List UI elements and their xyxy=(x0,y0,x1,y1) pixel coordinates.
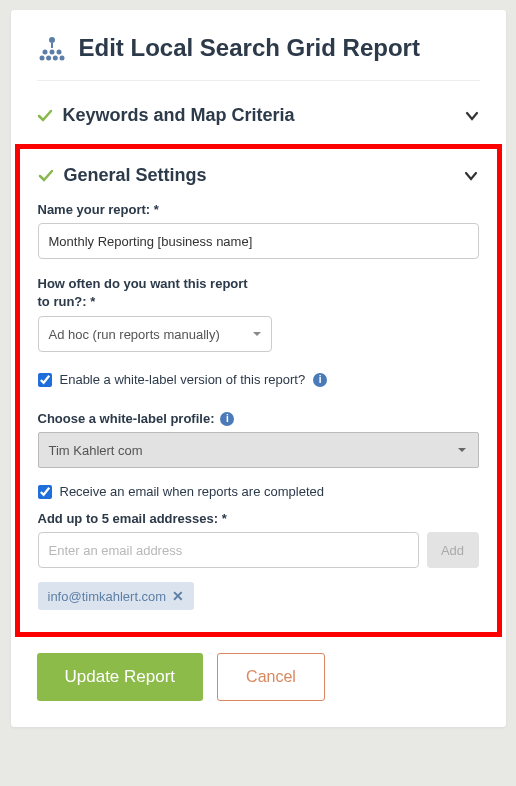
svg-point-7 xyxy=(59,56,64,61)
section-general-header[interactable]: General Settings xyxy=(38,161,479,196)
chevron-down-icon xyxy=(463,168,479,184)
email-notify-label: Receive an email when reports are comple… xyxy=(60,484,324,499)
whitelabel-profile-select[interactable]: Tim Kahlert com xyxy=(38,432,479,468)
email-addresses-label: Add up to 5 email addresses: * xyxy=(38,511,479,526)
group-pin-icon xyxy=(37,35,67,61)
add-email-button[interactable]: Add xyxy=(427,532,479,568)
email-chip: info@timkahlert.com ✕ xyxy=(38,582,195,610)
remove-chip-icon[interactable]: ✕ xyxy=(172,588,184,604)
field-report-name: Name your report: * xyxy=(38,202,479,259)
frequency-select[interactable]: Ad hoc (run reports manually) xyxy=(38,316,272,352)
highlighted-section: General Settings Name your report: * How… xyxy=(15,144,502,637)
info-icon[interactable]: i xyxy=(313,373,327,387)
whitelabel-profile-label: Choose a white-label profile: xyxy=(38,411,215,426)
check-icon xyxy=(37,108,53,124)
report-name-input[interactable] xyxy=(38,223,479,259)
svg-point-2 xyxy=(49,50,54,55)
svg-point-0 xyxy=(49,37,55,43)
email-notify-row: Receive an email when reports are comple… xyxy=(38,484,479,499)
section-general-title: General Settings xyxy=(64,165,453,186)
svg-point-5 xyxy=(46,56,51,61)
chevron-down-icon xyxy=(464,108,480,124)
email-notify-checkbox[interactable] xyxy=(38,485,52,499)
modal-header: Edit Local Search Grid Report xyxy=(37,34,480,81)
section-keywords-title: Keywords and Map Criteria xyxy=(63,105,454,126)
frequency-select-value: Ad hoc (run reports manually) xyxy=(38,316,272,352)
footer-buttons: Update Report Cancel xyxy=(37,653,480,701)
info-icon[interactable]: i xyxy=(220,412,234,426)
field-whitelabel-profile: Choose a white-label profile: i Tim Kahl… xyxy=(38,411,479,468)
report-name-label: Name your report: * xyxy=(38,202,479,217)
cancel-button[interactable]: Cancel xyxy=(217,653,325,701)
update-report-button[interactable]: Update Report xyxy=(37,653,204,701)
whitelabel-checkbox-label: Enable a white-label version of this rep… xyxy=(60,372,306,387)
frequency-label: How often do you want this report to run… xyxy=(38,275,479,310)
whitelabel-checkbox[interactable] xyxy=(38,373,52,387)
svg-point-1 xyxy=(42,50,47,55)
modal-container: Edit Local Search Grid Report Keywords a… xyxy=(11,10,506,727)
email-input-row: Add xyxy=(38,532,479,568)
field-frequency: How often do you want this report to run… xyxy=(38,275,479,352)
svg-point-4 xyxy=(39,56,44,61)
section-keywords-header[interactable]: Keywords and Map Criteria xyxy=(37,95,480,136)
whitelabel-profile-value: Tim Kahlert com xyxy=(38,432,479,468)
email-chip-text: info@timkahlert.com xyxy=(48,589,167,604)
modal-title: Edit Local Search Grid Report xyxy=(79,34,420,62)
svg-point-6 xyxy=(52,56,57,61)
whitelabel-checkbox-row: Enable a white-label version of this rep… xyxy=(38,372,479,387)
svg-point-3 xyxy=(56,50,61,55)
check-icon xyxy=(38,168,54,184)
email-address-input[interactable] xyxy=(38,532,419,568)
